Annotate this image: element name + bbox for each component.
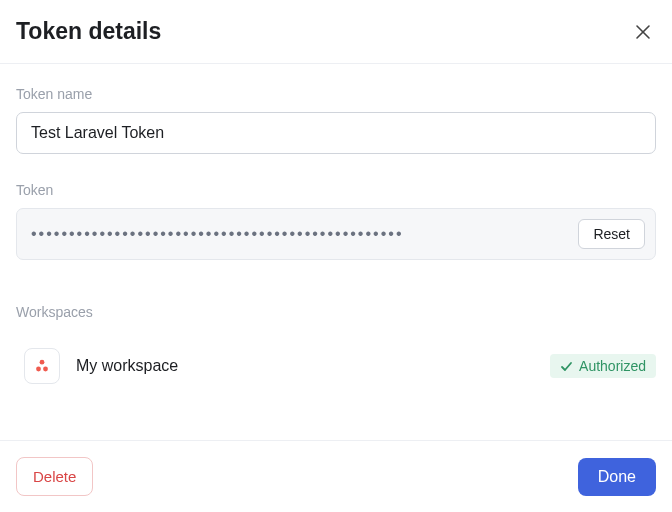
authorized-text: Authorized — [579, 358, 646, 374]
dialog-footer: Delete Done — [0, 440, 672, 512]
workspace-dots-icon — [33, 357, 51, 375]
workspace-name: My workspace — [76, 357, 550, 375]
delete-button[interactable]: Delete — [16, 457, 93, 496]
workspace-icon — [24, 348, 60, 384]
token-section: Token Reset — [16, 182, 656, 260]
close-button[interactable] — [630, 19, 656, 45]
workspace-row: My workspace Authorized — [16, 330, 656, 392]
workspaces-section: Workspaces My workspace Authorized — [16, 304, 656, 392]
svg-point-4 — [43, 367, 48, 372]
workspaces-label: Workspaces — [16, 304, 656, 320]
done-button[interactable]: Done — [578, 458, 656, 496]
token-name-label: Token name — [16, 86, 656, 102]
close-icon — [634, 23, 652, 41]
token-name-input[interactable] — [16, 112, 656, 154]
dialog-header: Token details — [0, 0, 672, 64]
token-value-field — [31, 225, 578, 243]
dialog-title: Token details — [16, 18, 161, 45]
dialog-content: Token name Token Reset Workspaces My wor… — [0, 64, 672, 392]
check-icon — [560, 360, 573, 373]
token-label: Token — [16, 182, 656, 198]
svg-point-2 — [40, 360, 45, 365]
token-row: Reset — [16, 208, 656, 260]
reset-button[interactable]: Reset — [578, 219, 645, 249]
svg-point-3 — [36, 367, 41, 372]
authorized-badge: Authorized — [550, 354, 656, 378]
